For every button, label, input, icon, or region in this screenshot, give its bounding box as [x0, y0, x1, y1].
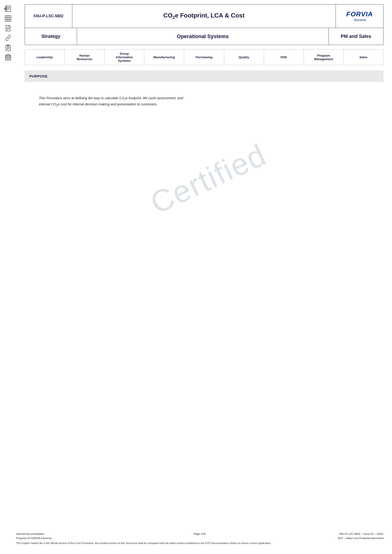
document-icon[interactable]	[2, 24, 14, 32]
title-text: CO2e Footprint, LCA & Cost	[163, 12, 245, 20]
footer-left: Internal Documentation Property of FORVI…	[16, 532, 139, 540]
footer-dlp: DLP – Data Loss Protected document	[261, 536, 384, 540]
purpose-body: This Procedure aims at defining the way …	[39, 95, 369, 108]
book-icon[interactable]	[2, 4, 14, 13]
footer-disclaimer: The English master file is the official …	[16, 541, 384, 546]
doc-id: FAU-P-LSC-5802	[25, 5, 72, 28]
building-icon[interactable]	[2, 53, 14, 62]
sidebar	[0, 0, 16, 62]
svg-rect-25	[6, 56, 7, 58]
clipboard-icon[interactable]	[2, 43, 14, 52]
body-text: This Procedure aims at defining the way …	[25, 89, 384, 114]
tab-quality[interactable]: Quality	[224, 49, 264, 65]
company-logo: FORVIA ·faurecia	[336, 5, 383, 28]
operational-label: Operational Systems	[77, 28, 329, 45]
document-title: CO2e Footprint, LCA & Cost	[72, 5, 336, 28]
category-header: Strategy Operational Systems PM and Sale…	[25, 28, 384, 45]
tab-human-resources[interactable]: HumanResources	[65, 49, 105, 65]
svg-rect-26	[9, 56, 10, 58]
tab-group-information-systems[interactable]: GroupInformationSystems	[105, 49, 144, 65]
svg-rect-24	[7, 58, 9, 60]
footer-property: Property of FORVIA Faurecia	[16, 536, 139, 540]
tab-hse[interactable]: HSE	[264, 49, 304, 65]
footer-page: Page 1/41	[139, 532, 261, 540]
purpose-section: PURPOSE	[25, 70, 384, 82]
tab-sales[interactable]: Sales	[344, 49, 383, 65]
footer-row-1: Internal Documentation Property of FORVI…	[16, 532, 384, 540]
grid-icon[interactable]	[2, 14, 14, 23]
link-icon[interactable]	[2, 33, 14, 42]
tab-program-management[interactable]: ProgramManagement	[304, 49, 344, 65]
footer-right: FAU-P-LSC-5802 – Issue 02 – 10/22 DLP – …	[261, 532, 384, 540]
department-tabs: Leadership HumanResources GroupInformati…	[25, 49, 384, 65]
document-footer: Internal Documentation Property of FORVI…	[16, 532, 384, 546]
tab-purchasing[interactable]: Purchasing	[184, 49, 224, 65]
purpose-title: PURPOSE	[29, 74, 379, 78]
strategy-label: Strategy	[25, 28, 77, 45]
forvia-name: FORVIA	[346, 10, 373, 18]
certified-watermark: Certified	[145, 137, 272, 221]
footer-issue: FAU-P-LSC-5802 – Issue 02 – 10/22	[261, 532, 384, 536]
pm-sales-label: PM and Sales	[329, 28, 383, 45]
faurecia-name: ·faurecia	[353, 18, 366, 22]
tab-manufacturing[interactable]: Manufacturing	[144, 49, 184, 65]
main-content: FAU-P-LSC-5802 CO2e Footprint, LCA & Cos…	[16, 0, 392, 114]
tab-leadership[interactable]: Leadership	[25, 49, 65, 65]
document-header: FAU-P-LSC-5802 CO2e Footprint, LCA & Cos…	[25, 4, 384, 28]
svg-rect-8	[5, 16, 11, 21]
footer-internal-doc: Internal Documentation	[16, 532, 139, 536]
